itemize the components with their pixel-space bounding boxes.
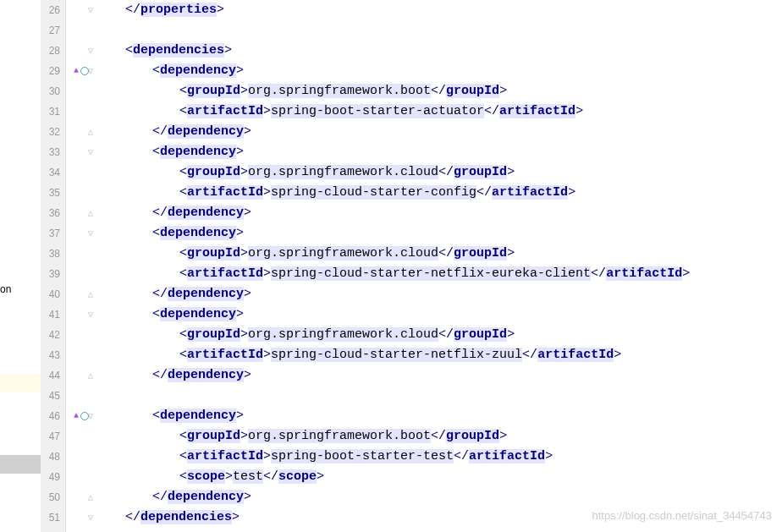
line-number: 42: [41, 325, 65, 345]
line-number: 51: [41, 507, 65, 528]
code-line[interactable]: <groupId>org.springframework.cloud</grou…: [125, 325, 782, 345]
code-line[interactable]: [125, 528, 782, 532]
line-number: 41: [41, 304, 65, 325]
line-number: 34: [41, 162, 65, 183]
left-strip: on: [0, 0, 41, 532]
code-line[interactable]: [125, 20, 782, 41]
line-number: 52: [41, 528, 65, 532]
line-number: 40: [41, 284, 65, 304]
line-number: 31: [41, 101, 65, 122]
arrow-up-icon: ▲: [74, 413, 79, 420]
fold-end-icon[interactable]: △: [86, 208, 95, 218]
fold-close-icon[interactable]: ▽: [86, 5, 95, 15]
code-line[interactable]: <groupId>org.springframework.cloud</grou…: [125, 244, 782, 264]
fold-open-icon[interactable]: ▽: [86, 228, 95, 239]
line-number: 49: [41, 467, 65, 487]
line-number: 29: [41, 61, 65, 81]
line-number: 27: [41, 20, 65, 41]
line-number: 45: [41, 386, 65, 406]
code-line[interactable]: [125, 386, 782, 406]
fold-open-icon[interactable]: ▽: [86, 310, 95, 320]
fold-open-icon[interactable]: ▽: [86, 66, 95, 76]
code-line[interactable]: <groupId>org.springframework.boot</group…: [125, 81, 782, 101]
highlight-yellow: [0, 374, 41, 392]
line-number: 43: [41, 345, 65, 365]
code-line[interactable]: <dependency>: [125, 61, 782, 81]
line-number: 36: [41, 203, 65, 223]
line-number: 48: [41, 447, 65, 467]
code-line[interactable]: </dependency>: [125, 122, 782, 142]
code-line[interactable]: <dependency>: [125, 223, 782, 244]
watermark-text: https://blog.csdn.net/sinat_34454743: [592, 509, 773, 522]
code-line[interactable]: </dependency>: [125, 284, 782, 304]
line-number: 38: [41, 244, 65, 264]
line-number: 46: [41, 406, 65, 426]
line-number: 28: [41, 41, 65, 61]
code-line[interactable]: <dependency>: [125, 304, 782, 325]
line-number: 35: [41, 183, 65, 203]
code-line[interactable]: <groupId>org.springframework.cloud</grou…: [125, 162, 782, 183]
code-line[interactable]: </dependency>: [125, 487, 782, 507]
code-line[interactable]: <artifactId>spring-boot-starter-actuator…: [125, 101, 782, 122]
code-line[interactable]: <artifactId>spring-boot-starter-test</ar…: [125, 447, 782, 467]
fold-end-icon[interactable]: △: [86, 370, 95, 381]
line-number: 47: [41, 426, 65, 447]
code-line[interactable]: <scope>test</scope>: [125, 467, 782, 487]
code-line[interactable]: <dependency>: [125, 406, 782, 426]
code-line[interactable]: <groupId>org.springframework.boot</group…: [125, 426, 782, 447]
line-number-gutter: 2627282930313233343536373839404142434445…: [41, 0, 66, 532]
fold-end-icon[interactable]: △: [86, 289, 95, 299]
code-line[interactable]: <artifactId>spring-cloud-starter-netflix…: [125, 345, 782, 365]
code-line[interactable]: <artifactId>spring-cloud-starter-netflix…: [125, 264, 782, 284]
line-number: 44: [41, 365, 65, 386]
code-line[interactable]: <dependency>: [125, 142, 782, 162]
line-number: 39: [41, 264, 65, 284]
line-number: 33: [41, 142, 65, 162]
code-editor: on 2627282930313233343536373839404142434…: [0, 0, 782, 532]
fold-open-icon[interactable]: ▽: [86, 147, 95, 157]
fold-open-icon[interactable]: ▽: [86, 411, 95, 421]
highlight-grey: [0, 455, 41, 474]
line-number: 30: [41, 81, 65, 101]
code-line[interactable]: <artifactId>spring-cloud-starter-config<…: [125, 183, 782, 203]
line-number: 26: [41, 0, 65, 20]
fold-close-icon[interactable]: ▽: [86, 513, 95, 523]
arrow-up-icon: ▲: [74, 68, 79, 74]
code-line[interactable]: <dependencies>: [125, 41, 782, 61]
fold-end-icon[interactable]: △: [86, 127, 95, 137]
line-number: 37: [41, 223, 65, 244]
line-number: 32: [41, 122, 65, 142]
code-line[interactable]: </dependency>: [125, 203, 782, 223]
truncated-text: on: [0, 283, 11, 295]
fold-end-icon[interactable]: △: [86, 492, 95, 502]
code-line[interactable]: </dependency>: [125, 365, 782, 386]
code-area[interactable]: </properties><dependencies><dependency><…: [96, 0, 782, 532]
code-line[interactable]: </properties>: [125, 0, 782, 20]
line-number: 50: [41, 487, 65, 507]
fold-open-icon[interactable]: ▽: [86, 46, 95, 56]
marker-column: ▲▲▽▽▽▽▽▽▽▽△△△△△: [66, 0, 96, 532]
